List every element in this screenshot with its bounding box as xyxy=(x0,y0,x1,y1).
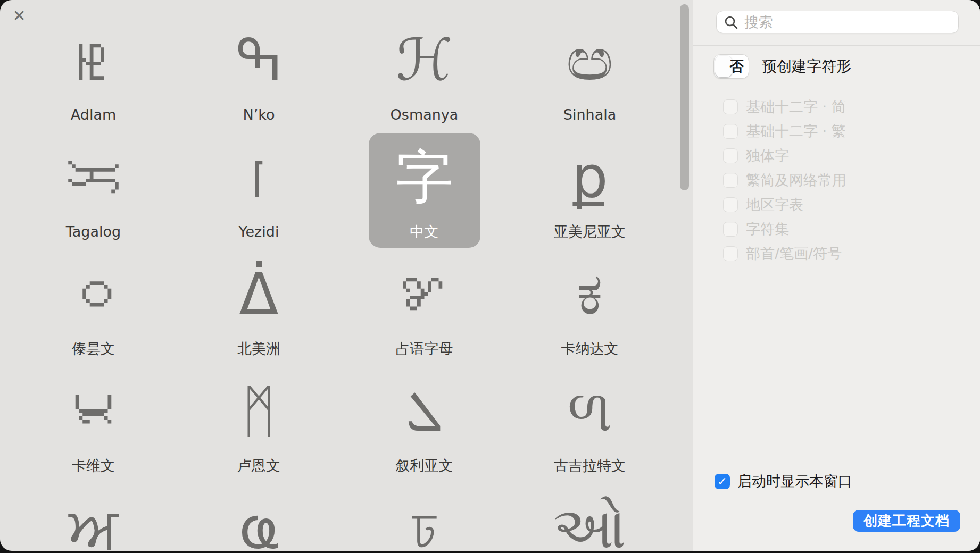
script-tile-row5-2[interactable]: ҩ xyxy=(203,484,315,551)
script-cell: ಕ卡纳达文 xyxy=(507,250,672,367)
script-glyph: ઓ xyxy=(553,484,626,551)
script-cell: ᛗ卢恩文 xyxy=(176,367,342,484)
script-tile-row5-1[interactable]: ਅ xyxy=(38,484,150,551)
sidebar-divider xyxy=(693,45,980,46)
script-label: 中文 xyxy=(410,224,439,240)
script-tile-osmanya[interactable]: ℋOsmanya xyxy=(369,16,480,131)
script-glyph: 𞤄 xyxy=(79,16,108,104)
script-tile-adlam[interactable]: 𞤄Adlam xyxy=(38,16,150,131)
script-glyph: ᛗ xyxy=(242,367,276,455)
checkbox-unchecked[interactable] xyxy=(723,197,738,212)
script-tile-nko[interactable]: ߒN’ko xyxy=(203,16,315,131)
script-tile-tagalog[interactable]: ᜃTagalog xyxy=(38,133,150,248)
checkbox-unchecked[interactable] xyxy=(723,124,738,139)
search-input[interactable] xyxy=(744,14,951,30)
checkbox-checked[interactable]: ✓ xyxy=(715,474,730,489)
search-icon xyxy=(724,15,738,29)
checkbox-unchecked[interactable] xyxy=(723,222,738,237)
script-glyph: 𐺀 xyxy=(245,133,273,221)
script-picker-window: ✕ 𞤄Adlam ߒN’ko ℋOsmanya ඏSinhala ᜃTagalo… xyxy=(0,0,980,551)
script-tile-armenian[interactable]: ք亚美尼亚文 xyxy=(534,133,646,248)
script-label: 亚美尼亚文 xyxy=(554,224,626,240)
script-label: 占语字母 xyxy=(396,341,453,357)
script-glyph: 𑼊 xyxy=(65,367,122,455)
charset-option-label: 地区字表 xyxy=(746,195,803,214)
script-cell: ળ古吉拉特文 xyxy=(507,367,672,484)
script-tile-runic[interactable]: ᛗ卢恩文 xyxy=(203,367,315,482)
script-tile-north-america[interactable]: ᐄ北美洲 xyxy=(203,250,315,365)
script-cell: ꨌ占语字母 xyxy=(342,250,507,367)
script-cell: ܠ叙利亚文 xyxy=(342,367,507,484)
script-tile-chinese-selected[interactable]: 字中文 xyxy=(369,133,480,248)
pre-create-toggle[interactable]: 否 xyxy=(713,54,749,79)
script-tile-gujarati[interactable]: ળ古吉拉特文 xyxy=(534,367,646,482)
pre-create-label: 预创建字符形 xyxy=(762,56,851,77)
script-cell: ℋOsmanya xyxy=(342,16,507,133)
script-tile-syriac[interactable]: ܠ叙利亚文 xyxy=(369,367,480,482)
script-glyph: ꨌ xyxy=(396,250,453,338)
checkbox-unchecked[interactable] xyxy=(723,246,738,261)
charset-option-label: 部首/笔画/符号 xyxy=(746,244,842,263)
script-cell: 𞤄Adlam xyxy=(11,16,176,133)
charset-option: 繁简及网络常用 xyxy=(723,168,846,192)
script-tile-tai-tham[interactable]: ᩅ傣昙文 xyxy=(38,250,150,365)
script-label: 卡纳达文 xyxy=(561,341,619,357)
script-tile-row5-3[interactable]: ঢ xyxy=(369,484,480,551)
script-glyph: ߒ xyxy=(235,16,283,104)
script-glyph: ਅ xyxy=(69,484,118,551)
script-cell: ਅ xyxy=(11,484,176,551)
script-glyph: 字 xyxy=(396,133,453,221)
script-glyph: ળ xyxy=(567,367,612,455)
check-icon: ✓ xyxy=(717,475,727,488)
script-cell: ҩ xyxy=(176,484,342,551)
charset-option: 地区字表 xyxy=(723,192,846,217)
sidebar: 否 预创建字符形 基础十二字 · 简 基础十二字 · 繁 独体字 繁简及网络常用… xyxy=(693,0,980,551)
script-cell: ք亚美尼亚文 xyxy=(507,133,672,250)
show-on-launch-label: 启动时显示本窗口 xyxy=(737,472,852,491)
script-label: Adlam xyxy=(71,107,116,123)
script-label: 叙利亚文 xyxy=(396,458,453,474)
toggle-state-label: 否 xyxy=(729,57,744,76)
charset-option-label: 繁简及网络常用 xyxy=(746,171,846,190)
checkbox-unchecked[interactable] xyxy=(723,148,738,163)
script-cell: 𐺀Yezidi xyxy=(176,133,342,250)
scrollbar-track xyxy=(676,0,693,551)
charset-option: 基础十二字 · 繁 xyxy=(723,119,846,144)
checkbox-unchecked[interactable] xyxy=(723,173,738,188)
script-tile-row5-4[interactable]: ઓ xyxy=(534,484,646,551)
script-tile-cham[interactable]: ꨌ占语字母 xyxy=(369,250,480,365)
scrollbar-thumb[interactable] xyxy=(680,4,689,190)
script-cell: ඏSinhala xyxy=(507,16,672,133)
charset-option-list: 基础十二字 · 简 基础十二字 · 繁 独体字 繁简及网络常用 地区字表 字符集… xyxy=(723,95,846,266)
script-tile-kannada[interactable]: ಕ卡纳达文 xyxy=(534,250,646,365)
script-glyph: ᜃ xyxy=(65,133,122,221)
script-cell: ઓ xyxy=(507,484,672,551)
create-project-button[interactable]: 创建工程文档 xyxy=(853,510,960,532)
script-cell: ᩅ傣昙文 xyxy=(11,250,176,367)
script-label: Osmanya xyxy=(391,107,459,123)
script-label: 卢恩文 xyxy=(237,458,280,474)
script-cell: ঢ xyxy=(342,484,507,551)
script-glyph: ಕ xyxy=(577,250,603,338)
charset-option-label: 字符集 xyxy=(746,220,789,239)
charset-option: 字符集 xyxy=(723,217,846,241)
script-label: 卡维文 xyxy=(72,458,115,474)
script-label: Sinhala xyxy=(563,107,616,123)
checkbox-unchecked[interactable] xyxy=(723,99,738,114)
script-cell: 𑼊卡维文 xyxy=(11,367,176,484)
script-label: 古吉拉特文 xyxy=(554,458,626,474)
script-grid: 𞤄Adlam ߒN’ko ℋOsmanya ඏSinhala ᜃTagalog … xyxy=(11,16,672,551)
script-label: Yezidi xyxy=(239,224,279,240)
script-tile-kawi[interactable]: 𑼊卡维文 xyxy=(38,367,150,482)
search-field[interactable] xyxy=(716,11,959,33)
script-label: Tagalog xyxy=(66,224,121,240)
charset-option: 基础十二字 · 简 xyxy=(723,95,846,119)
script-cell: ᜃTagalog xyxy=(11,133,176,250)
script-tile-sinhala[interactable]: ඏSinhala xyxy=(534,16,646,131)
charset-option: 部首/笔画/符号 xyxy=(723,241,846,266)
script-tile-yezidi[interactable]: 𐺀Yezidi xyxy=(203,133,315,248)
script-glyph: ঢ xyxy=(412,484,436,551)
script-glyph: ք xyxy=(571,133,608,221)
show-on-launch-row: ✓ 启动时显示本窗口 xyxy=(715,472,852,491)
script-cell: 字中文 xyxy=(342,133,507,250)
